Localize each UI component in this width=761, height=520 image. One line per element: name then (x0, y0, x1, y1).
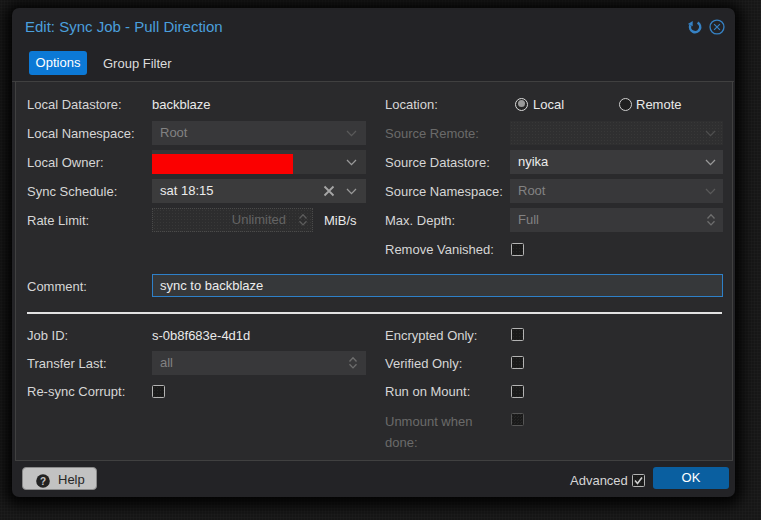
svg-text:?: ? (40, 476, 46, 487)
